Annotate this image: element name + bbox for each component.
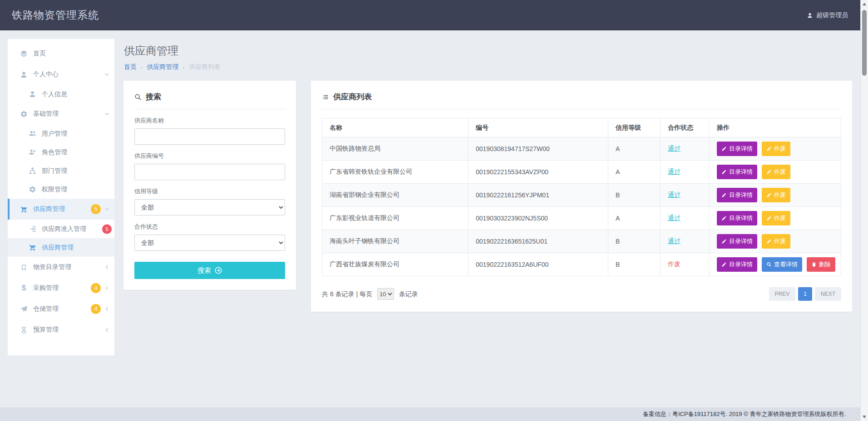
table-row: 广东影视业轨道有限公司 00190303223902NJ5S00 A 通过 目录… [322,207,841,230]
col-name: 名称 [322,118,469,137]
edit-icon [721,239,727,244]
table-row: 广西省壮族煤炭有限公司 00190222163512A6UF00 B 作废 目录… [322,253,841,276]
void-button[interactable]: 作废 [762,234,790,249]
supplier-name-field-group: 供应商名称 [134,117,285,145]
cooperation-status-field-group: 合作状态 全部 [134,223,285,251]
edit-icon [766,239,772,244]
cooperation-status-select[interactable]: 全部 [134,235,285,251]
breadcrumb: 首页 › 供应商管理 › 供应商列表 [124,63,852,71]
sitemap-icon [29,167,36,175]
sidebar-item-supplier-admission[interactable]: 供应商准入管理 5 [8,220,114,238]
sidebar-item-personal-center[interactable]: 个人中心 [8,64,114,85]
sidebar-item-label: 个人中心 [33,70,59,78]
delete-button[interactable]: 删除 [807,257,835,272]
rocket-icon [20,305,28,313]
credit-rating-field-group: 信用等级 全部 [134,187,285,215]
supplier-code-input[interactable] [134,164,285,180]
cart-icon [29,244,36,251]
per-page-select[interactable]: 10 [377,288,394,300]
search-icon [134,93,142,101]
main-content: 供应商管理 首页 › 供应商管理 › 供应商列表 搜索 供应商名称 供应商编号 … [123,39,852,312]
edit-icon [721,146,727,152]
search-button[interactable]: 搜索 [134,262,285,279]
breadcrumb-supplier-mgmt[interactable]: 供应商管理 [147,63,178,71]
sidebar-item-material-catalog[interactable]: 物资目录管理 [8,257,114,278]
supplier-code-label: 供应商编号 [134,152,285,160]
status-link[interactable]: 通过 [668,168,681,175]
void-button[interactable]: 作废 [762,188,790,202]
prev-page-button[interactable]: PREV [769,287,796,301]
app-header: 铁路物资管理系统 超级管理员 [0,0,868,30]
scrollbar-thumb[interactable] [862,10,867,76]
catalog-detail-button[interactable]: 目录详情 [717,142,757,156]
edit-icon [721,262,727,267]
status-badge: 5 [91,204,101,214]
supplier-code-field-group: 供应商编号 [134,152,285,180]
sidebar-item-dept-mgmt[interactable]: 部门管理 [8,162,114,180]
scroll-up-arrow[interactable] [863,3,866,5]
status-badge: 4 [91,283,101,293]
catalog-detail-button[interactable]: 目录详情 [717,165,757,179]
sidebar-item-budget-mgmt[interactable]: 预算管理 [8,319,114,340]
page-number-button[interactable]: 1 [798,287,812,301]
sidebar-item-user-mgmt[interactable]: 用户管理 [8,124,114,143]
sidebar-item-label: 预算管理 [33,326,59,334]
breadcrumb-home[interactable]: 首页 [124,63,137,71]
view-detail-button[interactable]: 查看详情 [762,257,802,272]
catalog-detail-button[interactable]: 目录详情 [717,188,757,202]
void-button[interactable]: 作废 [762,142,790,156]
void-button[interactable]: 作废 [762,211,790,225]
sidebar-item-label: 供应商管理 [42,244,74,252]
cooperation-status-label: 合作状态 [134,223,285,231]
chevron-down-icon [104,207,109,212]
user-name: 超级管理员 [816,11,848,20]
sidebar-item-role-mgmt[interactable]: 角色管理 [8,143,114,162]
scroll-down-arrow[interactable] [863,416,866,418]
sidebar-item-warehouse-mgmt[interactable]: 仓储管理 4 [8,299,114,319]
user-menu[interactable]: 超级管理员 [807,11,848,20]
dollar-icon: $ [20,284,28,293]
sidebar-item-label: 采购管理 [33,284,59,292]
breadcrumb-current: 供应商列表 [189,63,221,71]
supplier-table: 名称 编号 信用等级 合作状态 操作 中国铁路物资总局 001903081947… [322,118,841,276]
sidebar-item-personal-info[interactable]: 个人信息 [8,85,114,103]
status-link[interactable]: 通过 [668,145,681,152]
supplier-name: 广西省壮族煤炭有限公司 [322,253,469,276]
catalog-detail-button[interactable]: 目录详情 [717,211,757,225]
supplier-list-title: 供应商列表 [333,92,372,102]
sidebar-item-purchase-mgmt[interactable]: $ 采购管理 4 [8,278,114,299]
sidebar-item-label: 权限管理 [42,186,67,194]
sidebar-item-home[interactable]: 首页 [8,43,114,64]
sidebar-item-permission-mgmt[interactable]: 权限管理 [8,180,114,199]
void-button[interactable]: 作废 [762,165,790,179]
supplier-name-input[interactable] [134,128,285,145]
edit-icon [721,169,727,175]
edit-icon [766,192,772,198]
vertical-scrollbar[interactable] [860,0,868,421]
catalog-detail-button[interactable]: 目录详情 [717,234,757,249]
status-badge: 4 [91,304,101,314]
chevron-left-icon [104,265,109,270]
status-link[interactable]: 通过 [668,214,681,221]
next-page-button[interactable]: NEXT [815,287,841,301]
supplier-name: 湖南省邯钢企业有限公司 [322,184,469,207]
chevron-down-icon [104,112,109,117]
search-panel-header: 搜索 [134,92,285,109]
supplier-code: 00190222155343AVZP00 [469,161,608,184]
status-badge: 5 [102,224,112,234]
sidebar-item-basic-mgmt[interactable]: 基础管理 [8,103,114,124]
sidebar-item-supplier-mgmt[interactable]: 供应商管理 5 [8,199,114,220]
status-link[interactable]: 通过 [668,237,681,245]
record-summary: 共 6 条记录 | 每页 10 条记录 [322,288,418,300]
sidebar-item-supplier-list[interactable]: 供应商管理 [8,238,114,257]
search-panel: 搜索 供应商名称 供应商编号 信用等级 全部 合作状态 全部 [123,81,296,290]
catalog-detail-button[interactable]: 目录详情 [717,257,757,272]
user-icon [20,71,28,78]
supplier-list-header: 供应商列表 [322,92,841,109]
sidebar-item-label: 首页 [33,49,46,58]
credit-rating: A [608,137,661,161]
sidebar-item-label: 基础管理 [33,110,59,118]
status-link[interactable]: 通过 [668,191,681,198]
credit-rating-select[interactable]: 全部 [134,199,285,215]
chevron-left-icon [104,328,109,333]
